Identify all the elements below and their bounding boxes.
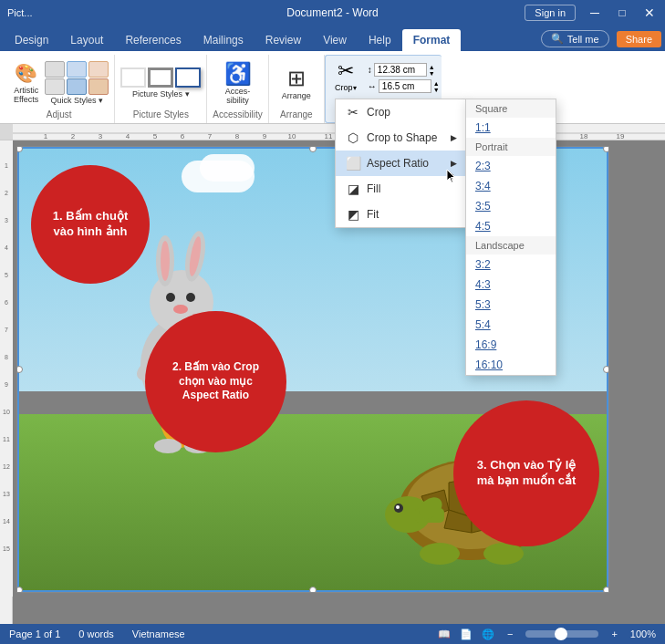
height-input[interactable] xyxy=(374,63,427,77)
tab-help[interactable]: Help xyxy=(358,29,402,51)
svg-text:18: 18 xyxy=(580,132,588,140)
svg-text:8: 8 xyxy=(5,354,8,360)
bubble-1: 1. Bấm chuột vào hình ảnh xyxy=(31,165,150,284)
tell-me-input[interactable]: 🔍 Tell me xyxy=(541,30,609,47)
tab-layout[interactable]: Layout xyxy=(59,29,114,51)
crop-menu-fill-icon: ◪ xyxy=(345,181,361,197)
crop-menu-to-shape[interactable]: ⬡ Crop to Shape ▶ xyxy=(336,125,466,151)
width-icon: ↔ xyxy=(368,81,377,91)
crop-button-label: Crop ▾ xyxy=(335,83,357,92)
tab-mailings[interactable]: Mailings xyxy=(192,29,255,51)
view-icon-read[interactable]: 📖 xyxy=(438,628,451,640)
adjust-label: Adjust xyxy=(47,109,72,121)
main-area: 123 456 789 101112 131415 xyxy=(0,140,665,624)
accessibility-items: ♿ Acces-sibility xyxy=(217,57,259,109)
svg-text:10: 10 xyxy=(288,132,296,140)
crop-menu-aspect-label: Aspect Ratio xyxy=(367,157,429,170)
width-spinner[interactable]: ▲▼ xyxy=(433,80,440,93)
tab-review[interactable]: Review xyxy=(255,29,312,51)
style-btn-4[interactable] xyxy=(45,78,65,95)
svg-text:2: 2 xyxy=(71,132,76,140)
crop-icon: ✂ xyxy=(338,59,354,83)
size-inputs: ↕ ▲▼ ↔ ▲▼ xyxy=(368,63,440,93)
tab-format[interactable]: Format xyxy=(402,29,462,51)
signin-button[interactable]: Sign in xyxy=(525,5,576,21)
share-button[interactable]: Share xyxy=(617,31,661,47)
titlebar-left: Pict... xyxy=(7,7,33,18)
crop-dropdown: ✂ Crop ⬡ Crop to Shape ▶ ⬜ Aspect Ratio … xyxy=(335,99,467,228)
svg-text:15: 15 xyxy=(3,545,10,552)
style-btn-2[interactable] xyxy=(67,61,87,78)
picture-style-row1 xyxy=(120,68,201,88)
svg-text:6: 6 xyxy=(5,299,8,306)
aspect-square-header: Square xyxy=(466,99,556,118)
pic-style-1[interactable] xyxy=(120,68,146,88)
view-icon-print[interactable]: 📄 xyxy=(460,628,473,640)
aspect-2-3[interactable]: 2:3 xyxy=(466,156,556,176)
zoom-in-button[interactable]: + xyxy=(608,628,620,639)
pic-style-3[interactable] xyxy=(175,68,201,88)
artistic-effects-label: ArtisticEffects xyxy=(14,86,38,104)
aspect-5-3[interactable]: 5:3 xyxy=(466,295,556,315)
language: Vietnamese xyxy=(132,628,185,639)
aspect-portrait-header: Portrait xyxy=(466,138,556,156)
arrange-button[interactable]: ⊞ Arrange xyxy=(275,62,318,104)
aspect-3-4[interactable]: 3:4 xyxy=(466,176,556,196)
crop-menu-fill-label: Fill xyxy=(367,182,380,195)
close-button[interactable]: ✕ xyxy=(641,5,658,21)
aspect-5-4[interactable]: 5:4 xyxy=(466,315,556,335)
style-btn-1[interactable] xyxy=(45,61,65,78)
crop-button[interactable]: ✂ Crop ▾ xyxy=(327,59,364,92)
style-btn-3[interactable] xyxy=(88,61,109,78)
tab-view[interactable]: View xyxy=(312,29,358,51)
titlebar-right: Sign in ─ □ ✕ xyxy=(525,5,658,21)
ribbon-tabs: Design Layout References Mailings Review… xyxy=(0,26,665,51)
aspect-16-10[interactable]: 16:10 xyxy=(466,355,556,375)
svg-text:9: 9 xyxy=(263,132,267,140)
svg-text:3: 3 xyxy=(5,217,8,223)
aspect-dropdown: Square 1:1 Portrait 2:3 3:4 3:5 4:5 Land… xyxy=(465,99,556,376)
tab-references[interactable]: References xyxy=(114,29,192,51)
svg-text:3: 3 xyxy=(99,132,103,140)
svg-point-45 xyxy=(186,293,195,302)
svg-text:5: 5 xyxy=(5,272,8,278)
aspect-16-9[interactable]: 16:9 xyxy=(466,335,556,355)
crop-menu-aspect-icon: ⬜ xyxy=(345,155,361,171)
svg-point-58 xyxy=(483,543,524,565)
restore-button[interactable]: □ xyxy=(614,5,630,21)
svg-text:11: 11 xyxy=(325,132,333,140)
titlebar-title: Document2 - Word xyxy=(286,6,378,19)
svg-text:4: 4 xyxy=(5,244,8,251)
pic-style-2[interactable] xyxy=(148,68,173,88)
aspect-4-3[interactable]: 4:3 xyxy=(466,275,556,295)
zoom-out-button[interactable]: − xyxy=(504,628,516,639)
svg-text:1: 1 xyxy=(44,132,48,140)
crop-menu-fit[interactable]: ◩ Fit xyxy=(336,202,466,227)
aspect-4-5[interactable]: 4:5 xyxy=(466,216,556,236)
artistic-effects-icon: 🎨 xyxy=(15,62,37,84)
accessibility-button[interactable]: ♿ Acces-sibility xyxy=(217,57,259,109)
height-spinner[interactable]: ▲▼ xyxy=(429,64,435,77)
zoom-slider[interactable] xyxy=(525,630,598,638)
picture-styles-label: Picture Styles xyxy=(133,109,189,121)
picture-styles-more[interactable]: Picture Styles ▾ xyxy=(132,89,190,99)
crop-menu-shape-arrow: ▶ xyxy=(451,133,457,142)
aspect-3-5[interactable]: 3:5 xyxy=(466,196,556,216)
zoom-thumb[interactable] xyxy=(555,628,567,640)
aspect-3-2[interactable]: 3:2 xyxy=(466,254,556,275)
quick-styles-label[interactable]: Quick Styles ▾ xyxy=(45,96,109,105)
crop-menu-crop[interactable]: ✂ Crop xyxy=(336,99,466,125)
style-btn-6[interactable] xyxy=(88,78,109,95)
svg-text:2: 2 xyxy=(5,190,8,196)
artistic-effects-button[interactable]: 🎨 ArtisticEffects xyxy=(9,59,43,107)
tab-design[interactable]: Design xyxy=(4,29,59,51)
width-input[interactable] xyxy=(379,79,431,93)
view-icon-web[interactable]: 🌐 xyxy=(482,628,494,640)
style-btn-5[interactable] xyxy=(67,78,87,95)
crop-menu-fit-label: Fit xyxy=(367,208,379,221)
bubble-2-text: 2. Bấm vào Crop chọn vào mục Aspect Rati… xyxy=(161,360,270,403)
minimize-button[interactable]: ─ xyxy=(587,5,603,21)
quick-styles-group: Quick Styles ▾ xyxy=(45,61,109,105)
aspect-1-1[interactable]: 1:1 xyxy=(466,118,556,138)
statusbar: Page 1 of 1 0 words Vietnamese 📖 📄 🌐 − +… xyxy=(0,624,665,644)
